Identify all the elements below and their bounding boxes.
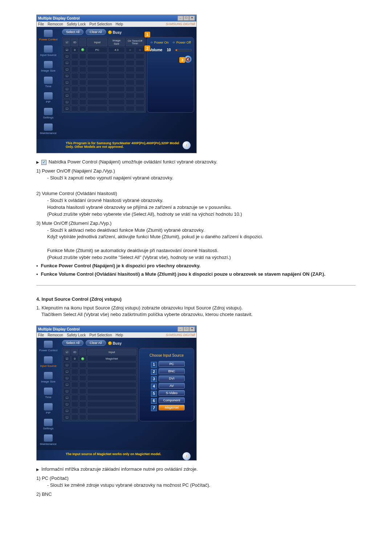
sidebar-item-image-size[interactable]: Image Size <box>37 370 60 386</box>
power-icon <box>44 341 53 348</box>
item-2-title: 2) Volume Control (Ovládání hlasitosti) <box>36 190 356 197</box>
input-source-screenshot: Multiple Display Control _ □ × File Remo… <box>36 325 197 461</box>
checkbox-icon: ✓ <box>41 160 46 165</box>
volume-value: 10 <box>167 48 171 52</box>
pip-icon <box>44 92 53 100</box>
minimize-icon[interactable]: _ <box>177 16 183 21</box>
settings-icon <box>44 419 53 426</box>
maximize-icon[interactable]: □ <box>183 327 189 332</box>
menu-portselection[interactable]: Port Selection <box>89 333 112 337</box>
bullet-2: Funkce Volume Control (Ovládání hlasitos… <box>36 271 356 278</box>
sidebar-item-maintenance[interactable]: Maintenance <box>37 122 60 138</box>
menu-help[interactable]: Help <box>115 22 123 26</box>
power-panel: Power On Power Off Volume 10 🔇 1 2 3 <box>147 37 194 113</box>
window-title-2: Multiple Display Control <box>38 327 177 331</box>
display-grid: ☑ ID Input Image Size On Timer/Off Timer… <box>62 37 146 113</box>
image-size-icon <box>44 61 53 68</box>
busy-icon <box>108 31 112 34</box>
s3-item-1-sub1: Slouží ke změně zdroje vstupu vybrané ob… <box>47 482 356 489</box>
intro-line-3: Informační mřížka zobrazuje základní inf… <box>36 466 356 473</box>
time-icon <box>44 388 53 395</box>
clear-all-button[interactable]: Clear All <box>86 340 106 346</box>
menu-remocon[interactable]: Remocon <box>48 22 63 26</box>
sidebar-item-pip[interactable]: PIP <box>37 91 60 106</box>
item-1-title: 1) Power On/Off (Napájení Zap./Vyp.) <box>36 168 356 175</box>
marker-3: 3 <box>179 57 185 63</box>
bullet-1: Funkce Power Control (Napájení) je k dis… <box>36 263 356 270</box>
item-3-title: 3) Mute On/Off (Ztlumení Zap./Vyp.) <box>36 220 356 227</box>
select-all-button[interactable]: Select All <box>62 340 83 346</box>
image-size-icon <box>44 372 53 379</box>
close-icon[interactable]: × <box>189 327 195 332</box>
source-magicnet-button[interactable]: 7MagicNet <box>159 405 185 410</box>
section-4-intro: 1. Klepnutím na ikonu Input Source (Zdro… <box>36 305 356 319</box>
sidebar-item-settings[interactable]: Settings <box>37 106 60 122</box>
sidebar-item-time[interactable]: Time <box>37 75 60 91</box>
menu-help[interactable]: Help <box>115 333 123 337</box>
source-svideo-button[interactable]: 5S-Video <box>159 390 185 396</box>
menu-safetylock[interactable]: Safety Lock <box>67 22 86 26</box>
source-pc-button[interactable]: 1PC <box>159 361 185 367</box>
volume-slider[interactable] <box>175 49 192 51</box>
minimize-icon[interactable]: _ <box>177 327 183 332</box>
menu-remocon[interactable]: Remocon <box>48 333 63 337</box>
item-1-sub1: Slouží k zapnutí nebo vypnutí napájení v… <box>47 175 356 182</box>
titlebar-2: Multiple Display Control _ □ × <box>37 326 196 332</box>
sidebar-item-maintenance[interactable]: Maintenance <box>37 433 60 449</box>
sidebar-item-power-control[interactable]: Power Control <box>37 28 60 44</box>
item-2-sub3: (Pokud zrušíte výběr nebo vyberete vše (… <box>47 211 356 218</box>
menu-file[interactable]: File <box>38 22 44 26</box>
marker-2: 2 <box>144 45 150 51</box>
mute-icon[interactable]: 🔇 <box>184 56 192 63</box>
select-all-button[interactable]: Select All <box>62 29 83 35</box>
table-row[interactable]: ☑ 0 PC 4:3 ○ ○ <box>63 47 144 53</box>
text-section-1: ✓ Nabídka Power Control (Napájení) umožň… <box>36 159 356 278</box>
s3-item-2-title: 2) BNC <box>36 491 356 498</box>
close-icon[interactable]: × <box>189 16 195 21</box>
menu-portselection[interactable]: Port Selection <box>89 22 112 26</box>
brand-logo: SAMSUNG DIGITall <box>166 22 195 26</box>
sidebar-item-time[interactable]: Time <box>37 386 60 402</box>
busy-icon <box>108 341 112 345</box>
footer-message: ! This Program is for Samsung SyncMaster… <box>37 139 196 153</box>
sidebar-item-pip[interactable]: PIP <box>37 402 60 417</box>
footer-message-2: ! The Input source of MagicNet works onl… <box>37 450 196 460</box>
sidebar: Power Control Input Source Image Size Ti… <box>37 27 60 139</box>
item-2-sub2: Hodnota hlasitosti vybrané obrazovky se … <box>47 204 356 211</box>
sidebar-item-input-source[interactable]: Input Source <box>37 355 60 370</box>
power-control-screenshot: Multiple Display Control _ □ × File Remo… <box>36 15 197 153</box>
divider <box>36 285 356 285</box>
item-3-sub3: Funkce Mute (Ztlumit) se automaticky dea… <box>47 247 356 254</box>
menu-safetylock[interactable]: Safety Lock <box>67 333 86 337</box>
source-component-button[interactable]: 6Component <box>159 397 185 403</box>
power-on-radio[interactable]: Power On <box>151 40 169 44</box>
source-av-button[interactable]: 4AV <box>159 383 185 389</box>
source-bnc-button[interactable]: 2BNC <box>159 368 185 374</box>
item-2-sub1: Slouží k ovládání úrovně hlasitosti vybr… <box>47 197 356 204</box>
maximize-icon[interactable]: □ <box>183 16 189 21</box>
busy-indicator: Busy <box>108 340 122 346</box>
sidebar-item-image-size[interactable]: Image Size <box>37 60 60 75</box>
status-icon <box>81 48 84 51</box>
clear-all-button[interactable]: Clear All <box>86 29 106 35</box>
sidebar-item-input-source[interactable]: Input Source <box>37 44 60 60</box>
table-row[interactable]: ☑ 0 MagicNet <box>63 356 136 361</box>
power-off-radio[interactable]: Power Off <box>173 40 191 44</box>
sidebar-2: Power Control Input Source Image Size Ti… <box>37 338 60 450</box>
source-dvi-button[interactable]: 3DVI <box>159 376 185 381</box>
volume-label: Volume <box>150 48 162 52</box>
sidebar-item-settings[interactable]: Settings <box>37 417 60 433</box>
input-icon <box>44 356 53 364</box>
window-buttons: _ □ × <box>177 16 195 21</box>
window-buttons-2: _ □ × <box>177 327 195 332</box>
pip-icon <box>44 403 53 410</box>
sidebar-item-power-control[interactable]: Power Control <box>37 339 60 355</box>
menubar-2: File Remocon Safety Lock Port Selection … <box>37 332 196 338</box>
display-grid-2: ☑ ID Input ☑ 0 MagicNet ☐ ☐ ☐ ☐ <box>62 348 138 421</box>
info-icon: ! <box>183 452 191 460</box>
maintenance-icon <box>44 123 53 131</box>
status-icon <box>81 357 84 360</box>
menu-file[interactable]: File <box>38 333 44 337</box>
marker-1: 1 <box>144 32 150 37</box>
busy-indicator: Busy <box>108 29 122 35</box>
